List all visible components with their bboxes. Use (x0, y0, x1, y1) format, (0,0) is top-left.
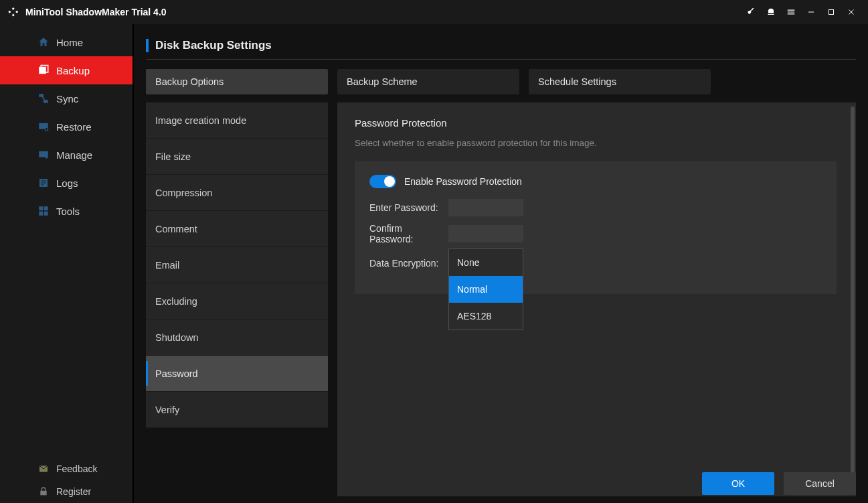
option-label: Password (155, 368, 198, 379)
option-label: Shutdown (155, 332, 199, 343)
svg-rect-1 (829, 10, 834, 15)
sidebar-item-manage[interactable]: Manage (0, 141, 133, 169)
tools-icon (37, 205, 50, 217)
confirm-password-input[interactable] (448, 225, 523, 242)
enter-password-label: Enter Password: (369, 202, 448, 213)
option-compression[interactable]: Compression (146, 175, 328, 211)
sidebar-item-backup[interactable]: Backup (0, 56, 133, 84)
encryption-option-aes128[interactable]: AES128 (449, 303, 523, 330)
svg-rect-12 (44, 212, 48, 216)
option-email[interactable]: Email (146, 247, 328, 283)
sidebar: Home Backup Sync Restore Manage (0, 24, 134, 503)
app-title: MiniTool ShadowMaker Trial 4.0 (25, 7, 167, 17)
svg-point-5 (45, 128, 48, 131)
title-bar: MiniTool ShadowMaker Trial 4.0 (0, 0, 868, 24)
svg-rect-11 (39, 212, 43, 216)
enter-password-input[interactable] (448, 199, 523, 216)
maximize-icon[interactable] (821, 2, 841, 22)
page-title: Disk Backup Settings (155, 39, 272, 52)
device-icon[interactable] (761, 2, 781, 22)
option-excluding[interactable]: Excluding (146, 283, 328, 319)
settings-tabs: Backup Options Backup Scheme Schedule Se… (146, 69, 856, 94)
sidebar-item-logs[interactable]: Logs (0, 169, 133, 197)
ok-button[interactable]: OK (702, 472, 774, 495)
workspace: Image creation mode File size Compressio… (146, 102, 856, 496)
sidebar-item-label: Register (56, 486, 91, 497)
option-file-size[interactable]: File size (146, 139, 328, 175)
cancel-button[interactable]: Cancel (784, 472, 856, 495)
toggle-label: Enable Password Protection (404, 176, 522, 187)
sidebar-item-restore[interactable]: Restore (0, 113, 133, 141)
option-verify[interactable]: Verify (146, 392, 328, 428)
menu-icon[interactable] (781, 2, 801, 22)
svg-rect-0 (808, 12, 814, 13)
title-accent-bar (146, 39, 149, 52)
tab-backup-scheme[interactable]: Backup Scheme (337, 69, 519, 94)
sidebar-item-label: Backup (56, 65, 90, 76)
encryption-option-normal[interactable]: Normal (449, 276, 523, 303)
sidebar-item-label: Logs (56, 177, 78, 189)
option-label: Email (155, 260, 179, 271)
sidebar-item-sync[interactable]: Sync (0, 84, 133, 113)
encryption-label: Data Encryption: (369, 251, 448, 269)
key-icon[interactable] (741, 2, 761, 22)
sync-icon (37, 92, 50, 104)
sidebar-item-label: Sync (56, 93, 78, 104)
button-label: Cancel (805, 478, 835, 489)
encryption-option-none[interactable]: None (449, 249, 523, 276)
toggle-knob (384, 176, 395, 187)
app-logo-icon (7, 5, 20, 19)
tab-schedule-settings[interactable]: Schedule Settings (529, 69, 711, 94)
tab-label: Backup Scheme (347, 76, 418, 87)
enable-password-toggle[interactable] (369, 175, 396, 188)
section-desc: Select whether to enable password protec… (355, 138, 839, 148)
page-title-row: Disk Backup Settings (146, 39, 856, 60)
feedback-icon (37, 463, 50, 475)
logs-icon (37, 177, 50, 189)
close-icon[interactable] (841, 2, 861, 22)
app-window: MiniTool ShadowMaker Trial 4.0 Home (0, 0, 868, 503)
confirm-password-label: Confirm Password: (369, 223, 448, 244)
sidebar-item-home[interactable]: Home (0, 28, 133, 56)
option-shutdown[interactable]: Shutdown (146, 319, 328, 356)
home-icon (37, 36, 50, 48)
option-label: File size (155, 151, 191, 162)
option-label: Verify (155, 405, 179, 415)
password-card: Enable Password Protection Enter Passwor… (355, 161, 837, 294)
sidebar-register[interactable]: Register (0, 480, 133, 503)
option-password[interactable]: Password (146, 356, 328, 392)
tab-label: Schedule Settings (538, 76, 616, 87)
svg-rect-9 (39, 206, 43, 210)
option-image-creation-mode[interactable]: Image creation mode (146, 102, 328, 139)
section-title: Password Protection (355, 117, 839, 129)
backup-icon (37, 64, 50, 76)
option-label: Image creation mode (155, 115, 246, 126)
sidebar-feedback[interactable]: Feedback (0, 457, 133, 480)
option-label: Excluding (155, 296, 197, 307)
svg-point-7 (46, 156, 48, 159)
dd-label: None (457, 257, 479, 268)
sidebar-item-label: Restore (56, 121, 92, 133)
dd-label: AES128 (457, 311, 491, 321)
option-label: Comment (155, 224, 197, 234)
dd-label: Normal (457, 284, 487, 295)
sidebar-item-tools[interactable]: Tools (0, 197, 133, 225)
restore-icon (37, 121, 50, 133)
tab-label: Backup Options (155, 76, 224, 87)
sidebar-item-label: Feedback (56, 463, 97, 474)
scrollbar[interactable] (851, 106, 855, 492)
main-panel: Disk Backup Settings Backup Options Back… (134, 24, 868, 503)
option-label: Compression (155, 188, 212, 198)
button-label: OK (731, 478, 745, 489)
svg-rect-14 (40, 491, 46, 496)
encryption-dropdown: None Normal AES128 (448, 248, 523, 330)
lock-icon (37, 486, 50, 498)
content-panel: Password Protection Select whether to en… (337, 102, 856, 496)
tab-backup-options[interactable]: Backup Options (146, 69, 328, 94)
option-comment[interactable]: Comment (146, 211, 328, 247)
footer-buttons: OK Cancel (702, 472, 856, 495)
sidebar-item-label: Tools (56, 206, 80, 217)
svg-rect-10 (44, 206, 48, 210)
sidebar-item-label: Home (56, 37, 83, 48)
minimize-icon[interactable] (801, 2, 821, 22)
